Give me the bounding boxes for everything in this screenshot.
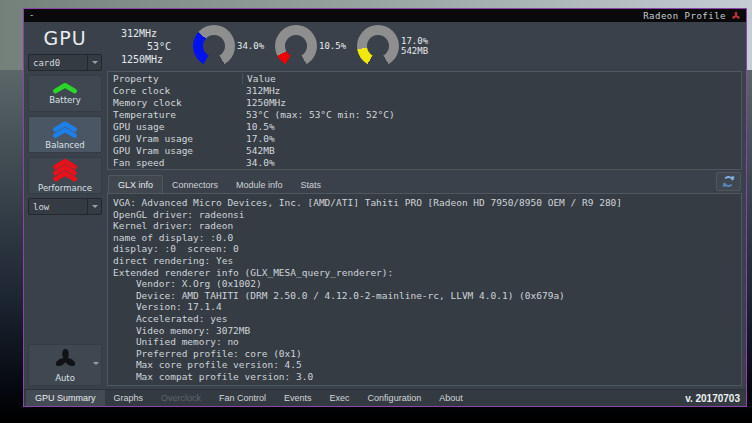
table-cell-value: 34.0% <box>242 157 741 168</box>
fan-button-label: Auto <box>55 373 75 383</box>
table-cell-property: Core clock <box>108 85 242 96</box>
table-header-row: PropertyValue <box>108 72 741 84</box>
clock-readings: 312MHz 53°C 1250MHz <box>107 25 193 67</box>
gauge-value-label: 34.0% <box>237 41 264 51</box>
chevron-down-icon <box>93 362 99 368</box>
table-row[interactable]: Fan speed34.0% <box>108 156 741 168</box>
profile-label: Battery <box>49 95 80 105</box>
table-cell-property: Fan speed <box>108 157 242 168</box>
tab-fan-control[interactable]: Fan Control <box>210 390 275 406</box>
window-titlebar[interactable]: - Radeon Profile <box>24 9 746 22</box>
chevron-up-icon <box>52 158 78 182</box>
card-select[interactable]: card0 <box>28 54 102 71</box>
power-level-select[interactable]: low <box>28 198 102 215</box>
tab-stats[interactable]: Stats <box>292 176 331 193</box>
bottom-tab-bar: GPU SummaryGraphsOverclockFan ControlEve… <box>24 389 746 406</box>
core-clock-reading: 312MHz <box>121 28 193 41</box>
table-cell-property: Memory clock <box>108 97 242 108</box>
profile-button-performance[interactable]: Performance <box>28 157 102 194</box>
table-row[interactable]: Memory clock1250MHz <box>108 96 741 108</box>
chevron-down-icon <box>87 55 101 70</box>
profile-button-balanced[interactable]: Balanced <box>28 116 102 153</box>
profile-label: Performance <box>38 183 92 193</box>
glx-info-panel[interactable]: VGA: Advanced Micro Devices, Inc. [AMD/A… <box>107 193 742 386</box>
profile-button-group: BatteryBalancedPerformance <box>28 71 102 194</box>
tab-about[interactable]: About <box>430 390 472 406</box>
radeon-profile-window: - Radeon Profile GPU card0 BatteryBala <box>23 8 747 407</box>
summary-row: 312MHz 53°C 1250MHz 34.0%10.5%17.0%542MB <box>107 25 742 71</box>
gauge-dial-hole <box>367 35 389 57</box>
fan-icon <box>53 347 78 372</box>
tab-overclock: Overclock <box>152 390 210 406</box>
table-cell-property: GPU Vram usage <box>108 145 242 156</box>
main-panel: 312MHz 53°C 1250MHz 34.0%10.5%17.0%542MB… <box>107 25 742 386</box>
gauge-gpu-usage: 10.5% <box>275 25 357 67</box>
fan-auto-button[interactable]: Auto <box>28 344 102 386</box>
gauge-dial-hole <box>285 35 307 57</box>
gauge-dial <box>357 25 399 67</box>
chevron-up-icon <box>52 120 78 139</box>
profile-label: Balanced <box>45 140 84 150</box>
table-row[interactable]: Temperature53°C (max: 53°C min: 52°C) <box>108 108 741 120</box>
memory-clock-reading: 1250MHz <box>121 54 193 67</box>
tab-exec[interactable]: Exec <box>321 390 359 406</box>
minimize-button[interactable]: - <box>29 11 34 20</box>
tab-configuration[interactable]: Configuration <box>359 390 431 406</box>
table-cell-value: 17.0% <box>242 133 741 144</box>
tab-connectors[interactable]: Connectors <box>163 176 227 193</box>
table-header-value: Value <box>242 73 741 84</box>
table-cell-value: 1250MHz <box>242 97 741 108</box>
temperature-reading: 53°C <box>121 41 193 54</box>
refresh-icon <box>722 175 735 188</box>
gpu-heading: GPU <box>28 25 102 54</box>
power-level-value: low <box>33 202 49 212</box>
tab-gpu-summary[interactable]: GPU Summary <box>26 390 105 406</box>
table-cell-property: GPU Vram usage <box>108 133 242 144</box>
table-row[interactable]: GPU Vram usage17.0% <box>108 132 741 144</box>
table-cell-value: 312MHz <box>242 85 741 96</box>
table-cell-value: 542MB <box>242 145 741 156</box>
table-row[interactable]: GPU Vram usage542MB <box>108 144 741 156</box>
gauge-fan-speed: 34.0% <box>193 25 275 67</box>
card-select-value: card0 <box>33 58 60 68</box>
tab-glx-info[interactable]: GLX info <box>108 175 163 193</box>
table-cell-property: Temperature <box>108 109 242 120</box>
window-title: Radeon Profile <box>643 11 726 21</box>
gauge-row: 34.0%10.5%17.0%542MB <box>193 25 439 67</box>
gauge-dial <box>275 25 317 67</box>
tab-module-info[interactable]: Module info <box>227 176 292 193</box>
gauge-labels: 34.0% <box>237 41 264 51</box>
table-cell-property: GPU usage <box>108 121 242 132</box>
version-label: v. 20170703 <box>685 393 746 404</box>
refresh-button[interactable] <box>716 172 741 191</box>
info-tab-bar: GLX infoConnectorsModule infoStats <box>107 175 742 193</box>
table-row[interactable]: Core clock312MHz <box>108 84 741 96</box>
sidebar: GPU card0 BatteryBalancedPerformance low <box>28 25 102 386</box>
table-cell-value: 10.5% <box>242 121 741 132</box>
gauge-value-label: 17.0% <box>401 36 428 46</box>
chevron-up-icon <box>52 82 78 94</box>
gauge-sublabel: 542MB <box>401 46 428 56</box>
tab-events[interactable]: Events <box>275 390 321 406</box>
chevron-down-icon <box>87 199 101 214</box>
tab-graphs[interactable]: Graphs <box>105 390 153 406</box>
gauge-dial-hole <box>203 35 225 57</box>
table-cell-value: 53°C (max: 53°C min: 52°C) <box>242 109 741 120</box>
gauge-labels: 10.5% <box>319 41 346 51</box>
glx-info-text: VGA: Advanced Micro Devices, Inc. [AMD/A… <box>113 197 741 383</box>
gauge-value-label: 10.5% <box>319 41 346 51</box>
app-fan-icon <box>731 11 741 21</box>
gauge-labels: 17.0%542MB <box>401 36 428 56</box>
gauge-vram-usage: 17.0%542MB <box>357 25 439 67</box>
gauge-dial <box>193 25 235 67</box>
table-header-property: Property <box>108 73 242 84</box>
property-table: PropertyValueCore clock312MHzMemory cloc… <box>107 71 742 170</box>
profile-button-battery[interactable]: Battery <box>28 75 102 112</box>
table-row[interactable]: GPU usage10.5% <box>108 120 741 132</box>
